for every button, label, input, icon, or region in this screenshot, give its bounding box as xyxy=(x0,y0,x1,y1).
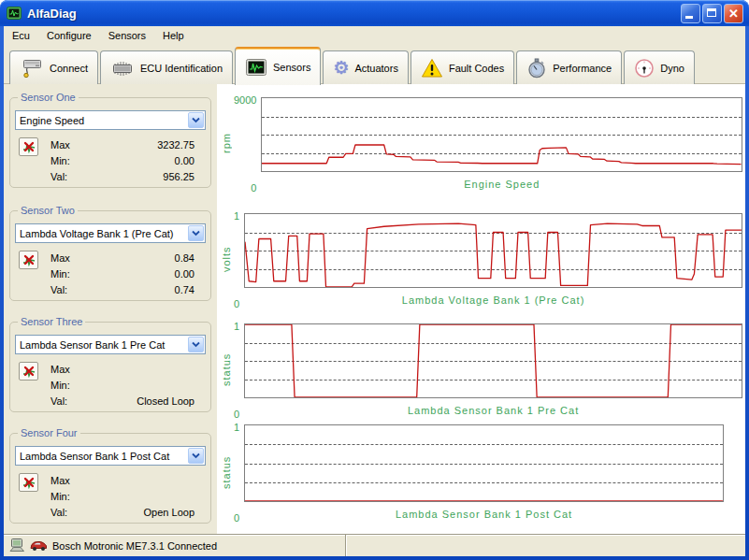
sensor-three-reset-button[interactable] xyxy=(19,362,38,381)
app-icon xyxy=(7,6,22,21)
plot-area xyxy=(244,213,742,288)
val-label: Val: xyxy=(50,395,105,407)
sensor-stats: Max3232.75 Min:0.00 Val:956.25 xyxy=(15,136,206,184)
chart-lambda-sensor-post: status 1 0 Lambda Sensor Bank 1 Post C xyxy=(219,424,724,520)
y-axis-unit: volts xyxy=(219,213,234,306)
sensor-three-select[interactable]: Lambda Sensor Bank 1 Pre Cat xyxy=(15,335,206,354)
y-min-tick: 0 xyxy=(234,299,239,309)
sensor-four-select[interactable]: Lambda Sensor Bank 1 Post Cat xyxy=(15,446,206,466)
sensor-four-reset-button[interactable] xyxy=(19,473,38,492)
reset-minmax-icon xyxy=(22,140,36,153)
sensor-stats: Max Min: Val:Open Loop xyxy=(15,472,206,520)
status-panel-empty xyxy=(346,535,745,556)
minimize-button[interactable] xyxy=(681,4,700,23)
group-caption: Sensor Four xyxy=(18,427,80,438)
close-icon: ✕ xyxy=(725,5,742,22)
sensor-stats: Max0.84 Min:0.00 Val:0.74 xyxy=(15,250,206,297)
menu-item-help[interactable]: Help xyxy=(154,28,193,43)
tab-fault-codes[interactable]: Fault Codes xyxy=(411,50,514,84)
gear-icon: ⚙ xyxy=(333,59,349,77)
chevron-down-icon[interactable] xyxy=(188,448,204,464)
selected-sensor: Engine Speed xyxy=(16,115,188,126)
chevron-down-icon[interactable] xyxy=(188,337,204,352)
min-label: Min: xyxy=(50,268,105,280)
val-label: Val: xyxy=(50,284,105,295)
menu-item-sensors[interactable]: Sensors xyxy=(100,28,154,43)
group-caption: Sensor Two xyxy=(18,205,78,216)
sensor-two-group: Sensor Two Lambda Voltage Bank 1 (Pre Ca… xyxy=(9,210,211,301)
reset-minmax-icon xyxy=(22,476,36,489)
warning-triangle-icon xyxy=(421,58,443,79)
val-value: 956.25 xyxy=(105,171,206,182)
y-min-tick: 0 xyxy=(251,183,256,193)
chevron-down-icon[interactable] xyxy=(188,112,204,128)
min-value: 0.00 xyxy=(105,268,206,280)
selected-sensor: Lambda Sensor Bank 1 Pre Cat xyxy=(16,339,188,351)
sensor-two-select[interactable]: Lambda Voltage Bank 1 (Pre Cat) xyxy=(15,223,206,243)
sensor-panel-column: Sensor One Engine Speed xyxy=(4,84,217,534)
window-title: AlfaDiag xyxy=(27,7,679,21)
plot-area xyxy=(244,424,724,502)
group-caption: Sensor One xyxy=(18,92,79,103)
status-bar: Bosch Motronic ME7.3.1 Connected xyxy=(4,534,745,556)
val-value: 0.74 xyxy=(105,284,206,295)
tab-sensors[interactable]: Sensors xyxy=(235,47,321,85)
maximize-button[interactable] xyxy=(702,4,722,23)
status-panel-connection: Bosch Motronic ME7.3.1 Connected xyxy=(4,535,346,556)
tab-dyno[interactable]: Dyno xyxy=(624,50,695,84)
max-label: Max xyxy=(50,475,105,486)
reset-minmax-icon xyxy=(22,253,36,266)
sensor-two-reset-button[interactable] xyxy=(19,251,38,269)
sensor-one-select[interactable]: Engine Speed xyxy=(15,110,206,130)
close-button[interactable]: ✕ xyxy=(724,4,743,23)
tab-performance[interactable]: Performance xyxy=(516,50,622,84)
chart-lambda-sensor-pre: status 1 0 Lambda Sensor Bank 1 Pre Ca xyxy=(219,323,742,416)
selected-sensor: Lambda Voltage Bank 1 (Pre Cat) xyxy=(16,228,188,239)
max-label: Max xyxy=(50,364,105,375)
max-value: 3232.75 xyxy=(105,139,206,151)
oscilloscope-icon xyxy=(245,58,267,77)
group-caption: Sensor Three xyxy=(18,316,85,327)
y-axis-ticks: 1 0 xyxy=(234,213,244,306)
maximize-icon xyxy=(707,8,716,17)
chart-engine-speed: rpm 9000 0 Engine Speed xyxy=(219,97,742,190)
tab-label: Performance xyxy=(553,63,612,74)
tab-connect[interactable]: Connect xyxy=(9,50,98,84)
car-icon xyxy=(30,539,48,552)
tab-label: Dyno xyxy=(660,63,684,74)
tab-actuators[interactable]: ⚙ Actuators xyxy=(323,50,409,84)
y-axis-unit: status xyxy=(219,323,234,416)
y-max-tick: 1 xyxy=(234,211,239,221)
plot-area xyxy=(244,323,742,398)
reset-minmax-icon xyxy=(22,365,36,378)
max-label: Max xyxy=(50,252,105,264)
tab-bar: Connect ECU I xyxy=(4,44,745,84)
plot-area xyxy=(261,97,742,172)
chevron-down-icon[interactable] xyxy=(188,225,204,241)
min-label: Min: xyxy=(50,155,105,166)
y-axis-ticks: 9000 0 xyxy=(234,97,261,190)
y-max-tick: 1 xyxy=(234,423,239,432)
min-label: Min: xyxy=(50,380,105,391)
application-window: AlfaDiag ✕ Ecu Configure Sensors Help xyxy=(0,0,749,560)
title-bar: AlfaDiag ✕ xyxy=(0,0,749,26)
chip-icon xyxy=(110,59,135,78)
y-max-tick: 9000 xyxy=(234,95,256,105)
client-area: Sensor One Engine Speed xyxy=(4,84,745,534)
status-text: Bosch Motronic ME7.3.1 Connected xyxy=(52,540,217,552)
sensor-one-reset-button[interactable] xyxy=(19,137,38,156)
min-value: 0.00 xyxy=(105,155,206,166)
val-label: Val: xyxy=(50,507,105,518)
menu-item-configure[interactable]: Configure xyxy=(38,28,100,43)
y-max-tick: 1 xyxy=(234,322,239,331)
y-axis-ticks: 1 0 xyxy=(234,424,244,520)
y-axis-unit: rpm xyxy=(219,97,234,190)
y-axis-ticks: 1 0 xyxy=(234,323,244,416)
chart-title: Lambda Sensor Bank 1 Post Cat xyxy=(244,509,724,520)
menu-item-ecu[interactable]: Ecu xyxy=(4,28,38,43)
chart-title: Lambda Sensor Bank 1 Pre Cat xyxy=(244,405,742,416)
tab-ecu-identification[interactable]: ECU Identification xyxy=(100,50,233,84)
computer-icon xyxy=(9,538,25,553)
y-min-tick: 0 xyxy=(234,409,239,419)
chart-column: rpm 9000 0 Engine Speed xyxy=(217,84,745,534)
